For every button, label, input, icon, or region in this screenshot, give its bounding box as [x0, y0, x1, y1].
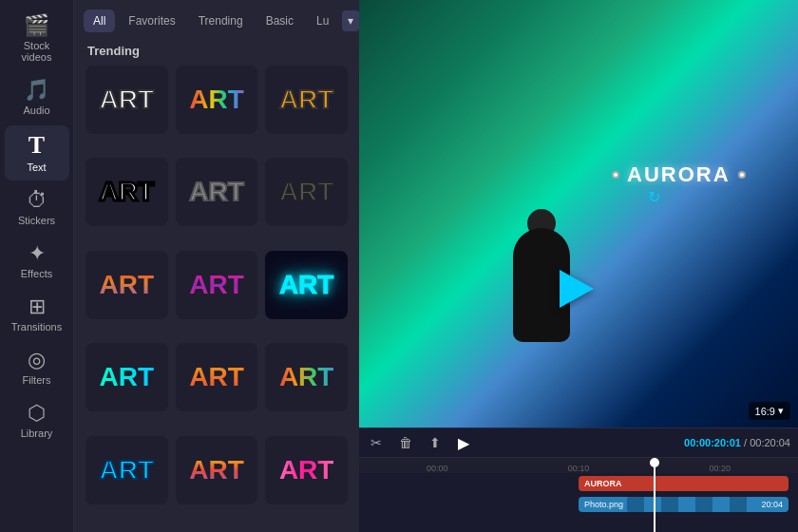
art-card-pink-multi[interactable]: ART [265, 436, 348, 504]
aspect-ratio-badge[interactable]: 16:9 ▾ [749, 402, 790, 420]
art-card-red-rainbow[interactable]: ART [86, 251, 168, 319]
tab-all[interactable]: All [84, 10, 115, 32]
aurora-track-row: AURORA [359, 473, 798, 494]
art-card-cyan-glow[interactable]: ART [265, 251, 348, 319]
photo-track-row: Photo.png 20:04 [359, 494, 798, 515]
sidebar-item-effects[interactable]: ✦ Effects [5, 236, 69, 287]
ruler-mark-1: 00:10 [508, 464, 650, 473]
panel-tabs: All Favorites Trending Basic Lu ▾ [74, 0, 359, 32]
reload-icon[interactable]: ↻ [648, 188, 660, 206]
art-card-white-outline[interactable]: ART [86, 66, 168, 134]
playhead[interactable] [654, 458, 656, 532]
timeline-tracks: 00:00 00:10 00:20 AURORA Photo.png 20:04 [359, 458, 798, 532]
sidebar-item-label: Library [21, 428, 53, 439]
ruler-mark-0: 00:00 [367, 464, 508, 473]
art-card-cyan-outline[interactable]: ART [86, 436, 168, 504]
sidebar-item-label: Audio [23, 104, 49, 116]
art-card-grey-outline[interactable]: ART [176, 158, 258, 226]
sidebar-item-label: Stock videos [9, 40, 66, 63]
art-card-rainbow-outline[interactable]: ART [176, 66, 258, 134]
audio-icon: 🎵 [24, 80, 49, 101]
sidebar: 🎬 Stock videos 🎵 Audio T Text ⏱ Stickers… [0, 0, 74, 532]
cursor-arrow [560, 270, 594, 308]
text-icon: T [28, 133, 45, 158]
current-time: 00:00:20:01 [684, 437, 741, 448]
art-card-multicolor[interactable]: ART [265, 343, 348, 411]
ruler-mark-2: 00:20 [649, 464, 790, 473]
art-cards-grid: ART ART ART ART ART ART ART ART ART ART [74, 66, 359, 532]
play-button[interactable]: ▶ [458, 434, 469, 452]
art-card-orange-multi[interactable]: ART [176, 436, 258, 504]
sidebar-item-label: Filters [23, 374, 51, 386]
aspect-ratio-chevron: ▾ [778, 405, 784, 417]
aurora-track[interactable]: AURORA [579, 476, 788, 491]
tab-more-button[interactable]: ▾ [342, 10, 359, 31]
sidebar-item-filters[interactable]: ◎ Filters [5, 342, 69, 393]
aurora-handle-right[interactable] [738, 171, 746, 179]
timeline-toolbar: ✂ 🗑 ⬆ ▶ 00:00:20:01 / 00:20:04 [359, 428, 798, 458]
right-area: AURORA ↻ 16:9 ▾ ✂ 🗑 ⬆ ▶ 00:00:20:01 / 00… [359, 0, 798, 532]
section-title: Trending [74, 32, 359, 66]
tab-favorites[interactable]: Favorites [119, 10, 184, 32]
art-card-orange[interactable]: ART [265, 66, 348, 134]
cut-button[interactable]: ✂ [367, 433, 386, 452]
preview-area: AURORA ↻ 16:9 ▾ [359, 0, 798, 428]
aurora-text: AURORA [627, 162, 731, 187]
sidebar-item-label: Text [27, 162, 46, 173]
sidebar-item-audio[interactable]: 🎵 Audio [5, 72, 69, 124]
sidebar-item-text[interactable]: T Text [5, 125, 69, 180]
art-card-white-black-outline[interactable]: ART [86, 158, 168, 226]
transitions-icon: ⊞ [28, 296, 46, 317]
effects-icon: ✦ [28, 243, 46, 264]
aurora-track-label: AURORA [584, 479, 622, 488]
aurora-text-overlay[interactable]: AURORA [612, 162, 746, 187]
art-card-cyan-text[interactable]: ART [86, 343, 168, 411]
library-icon: ⬡ [28, 403, 46, 424]
filters-icon: ◎ [28, 350, 46, 370]
photo-track-thumbnails [627, 497, 757, 512]
delete-button[interactable]: 🗑 [395, 433, 416, 452]
art-card-pink-rainbow[interactable]: ART [176, 251, 258, 319]
photo-track-label: Photo.png [584, 500, 623, 509]
stock-videos-icon: 🎬 [24, 15, 49, 36]
sidebar-item-label: Stickers [18, 215, 55, 226]
sidebar-item-transitions[interactable]: ⊞ Transitions [5, 289, 69, 340]
total-time: 00:20:04 [750, 437, 790, 448]
tab-trending[interactable]: Trending [189, 10, 253, 32]
sidebar-item-library[interactable]: ⬡ Library [5, 395, 69, 446]
sidebar-item-label: Effects [21, 268, 52, 279]
tab-lu[interactable]: Lu [307, 10, 338, 32]
text-panel: All Favorites Trending Basic Lu ▾ Trendi… [74, 0, 359, 532]
sidebar-item-stock-videos[interactable]: 🎬 Stock videos [5, 8, 69, 70]
sidebar-item-stickers[interactable]: ⏱ Stickers [5, 182, 69, 234]
timeline: ✂ 🗑 ⬆ ▶ 00:00:20:01 / 00:20:04 00:00 00:… [359, 428, 798, 532]
stickers-icon: ⏱ [27, 190, 48, 211]
tab-basic[interactable]: Basic [256, 10, 303, 32]
aurora-handle-left[interactable] [612, 171, 619, 179]
photo-track[interactable]: Photo.png 20:04 [579, 497, 788, 512]
art-card-dark-outline[interactable]: ART [265, 158, 348, 226]
photo-track-duration: 20:04 [761, 500, 783, 509]
timeline-time: 00:00:20:01 / 00:20:04 [684, 437, 790, 448]
sidebar-item-label: Transitions [11, 321, 62, 332]
art-card-orange-outline2[interactable]: ART [176, 343, 258, 411]
preview-background [359, 0, 798, 428]
split-button[interactable]: ⬆ [426, 433, 445, 452]
aspect-ratio-value: 16:9 [755, 406, 775, 417]
timeline-ruler: 00:00 00:10 00:20 [359, 458, 798, 473]
